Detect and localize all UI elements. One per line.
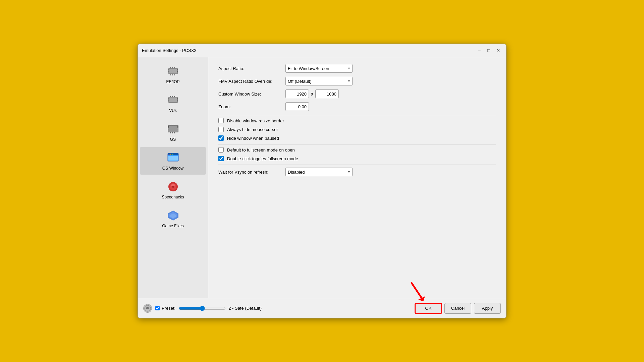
gs-icon [166, 122, 180, 136]
svg-rect-16 [177, 98, 178, 99]
sidebar-item-ee-iop[interactable]: EE/IOP [140, 61, 206, 88]
svg-rect-20 [174, 96, 175, 97]
svg-rect-19 [172, 96, 173, 97]
fmv-aspect-ratio-select-wrapper: Off (Default) 4:3 16:9 [285, 77, 353, 85]
default-fullscreen-checkbox[interactable] [218, 147, 224, 153]
disable-resize-checkbox[interactable] [218, 118, 224, 123]
sidebar-item-gs[interactable]: GS [140, 118, 206, 146]
cancel-button[interactable]: Cancel [444, 303, 471, 314]
svg-point-39 [170, 154, 171, 155]
content-area: Aspect Ratio: Fit to Window/Screen 4:3 1… [208, 57, 506, 298]
hide-when-paused-label: Hide window when paused [227, 136, 279, 141]
aspect-ratio-select[interactable]: Fit to Window/Screen 4:3 16:9 Stretch [285, 64, 353, 73]
default-fullscreen-row: Default to fullscreen mode on open [218, 147, 496, 153]
zoom-row: Zoom: [218, 102, 496, 111]
svg-rect-24 [168, 127, 169, 128]
svg-rect-15 [168, 100, 169, 101]
svg-point-38 [168, 154, 169, 155]
vsync-select[interactable]: Disabled Enabled Adaptive [285, 168, 353, 176]
footer-buttons: OK Cancel Apply [415, 303, 501, 314]
svg-rect-17 [177, 100, 178, 101]
preset-checkbox-label: Preset: [162, 306, 175, 311]
aspect-ratio-select-wrapper: Fit to Window/Screen 4:3 16:9 Stretch [285, 64, 353, 73]
svg-rect-29 [170, 132, 171, 133]
sidebar-item-vus-label: VUs [169, 108, 177, 113]
svg-rect-7 [172, 67, 173, 68]
separator-1 [218, 115, 496, 115]
hide-when-paused-checkbox[interactable] [218, 135, 224, 141]
emulation-settings-dialog: Emulation Settings - PCSX2 – □ ✕ [138, 44, 506, 318]
dblclick-fullscreen-label: Double-click toggles fullscreen mode [227, 156, 298, 161]
separator-2 [218, 144, 496, 144]
fmv-aspect-ratio-label: FMV Aspect Ratio Override: [218, 79, 285, 84]
window-height-input[interactable] [315, 89, 339, 98]
sidebar-item-game-fixes[interactable]: Game Fixes [140, 205, 206, 232]
svg-rect-6 [170, 67, 171, 68]
vus-icon [166, 94, 180, 107]
default-fullscreen-label: Default to fullscreen mode on open [227, 147, 295, 153]
preset-icon [143, 304, 152, 313]
svg-rect-30 [172, 132, 173, 133]
ok-button[interactable]: OK [415, 303, 442, 314]
custom-window-size-label: Custom Window Size: [218, 92, 285, 97]
vsync-label: Wait for Vsync on refresh: [218, 170, 285, 175]
hide-when-paused-row: Hide window when paused [218, 135, 496, 141]
sidebar-item-ee-iop-label: EE/IOP [166, 79, 179, 84]
svg-rect-11 [174, 74, 175, 75]
svg-rect-32 [170, 125, 171, 125]
svg-rect-1 [169, 69, 177, 73]
svg-rect-4 [177, 69, 178, 70]
maximize-button[interactable]: □ [485, 47, 493, 55]
svg-rect-9 [170, 74, 171, 75]
svg-rect-49 [146, 307, 149, 309]
disable-resize-row: Disable window resize border [218, 118, 496, 123]
svg-rect-50 [146, 308, 147, 308]
svg-rect-37 [168, 156, 178, 161]
dialog-title: Emulation Settings - PCSX2 [142, 48, 197, 53]
svg-rect-18 [170, 96, 171, 97]
window-width-input[interactable] [285, 89, 309, 98]
preset-slider[interactable] [179, 306, 226, 311]
size-inputs: x [285, 89, 339, 98]
sidebar: EE/IOP VUs [138, 57, 208, 298]
svg-rect-27 [177, 127, 178, 128]
svg-rect-23 [168, 126, 169, 127]
separator-3 [218, 165, 496, 165]
svg-rect-22 [168, 126, 178, 132]
sidebar-item-gs-window[interactable]: GS Window [140, 147, 206, 175]
fmv-aspect-ratio-row: FMV Aspect Ratio Override: Off (Default)… [218, 77, 496, 85]
vsync-row: Wait for Vsync on refresh: Disabled Enab… [218, 168, 496, 176]
aspect-ratio-label: Aspect Ratio: [218, 66, 285, 71]
svg-rect-26 [177, 126, 178, 127]
vsync-select-wrapper: Disabled Enabled Adaptive [285, 168, 353, 176]
svg-rect-53 [148, 307, 149, 308]
svg-rect-34 [174, 125, 175, 125]
always-hide-cursor-checkbox[interactable] [218, 127, 224, 132]
preset-checkbox[interactable] [155, 306, 160, 310]
close-button[interactable]: ✕ [494, 47, 502, 55]
svg-rect-3 [168, 71, 169, 72]
apply-button[interactable]: Apply [474, 303, 501, 314]
svg-point-40 [172, 154, 173, 155]
svg-rect-5 [177, 71, 178, 72]
preset-checkbox-wrapper: Preset: [155, 306, 175, 311]
title-bar: Emulation Settings - PCSX2 – □ ✕ [138, 44, 506, 57]
sidebar-item-speedhacks[interactable]: Speedhacks [140, 176, 206, 203]
disable-resize-label: Disable window resize border [227, 118, 284, 123]
fmv-aspect-ratio-select[interactable]: Off (Default) 4:3 16:9 [285, 77, 353, 85]
dialog-footer: Preset: 2 - Safe (Default) OK Cancel App… [138, 298, 506, 318]
game-fixes-icon [166, 209, 180, 222]
sidebar-item-gs-window-label: GS Window [162, 166, 183, 171]
aspect-ratio-row: Aspect Ratio: Fit to Window/Screen 4:3 1… [218, 64, 496, 73]
svg-rect-51 [149, 308, 149, 308]
size-separator: x [311, 91, 313, 97]
minimize-button[interactable]: – [475, 47, 483, 55]
svg-rect-28 [177, 129, 178, 129]
always-hide-cursor-label: Always hide mouse cursor [227, 127, 278, 132]
zoom-input[interactable] [285, 102, 309, 111]
dblclick-fullscreen-checkbox[interactable] [218, 156, 224, 161]
sidebar-item-vus[interactable]: VUs [140, 89, 206, 117]
always-hide-cursor-row: Always hide mouse cursor [218, 127, 496, 132]
ok-button-wrapper: OK [415, 303, 442, 314]
dialog-body: EE/IOP VUs [138, 57, 506, 298]
